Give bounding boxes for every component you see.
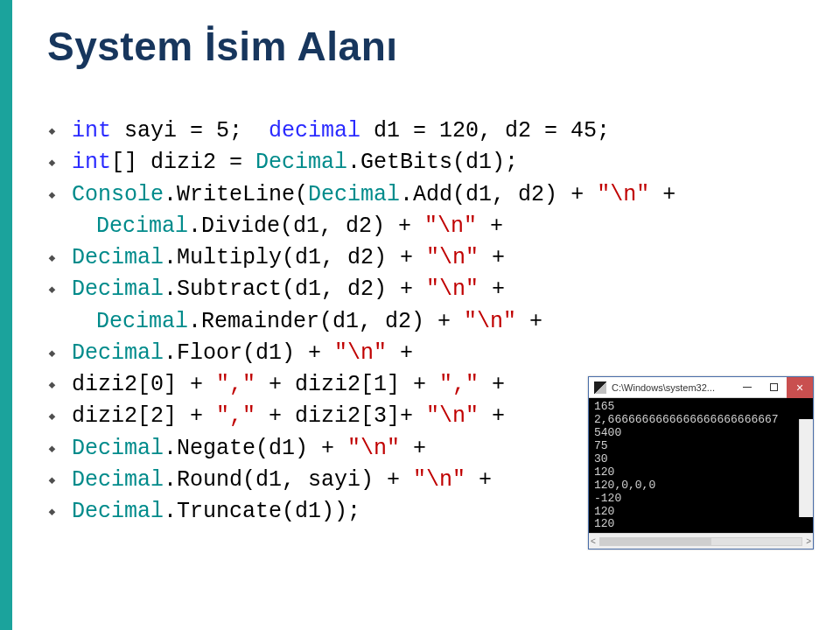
code-text: d1 = 120, d2 = 45;: [360, 116, 610, 147]
type: Decimal: [72, 465, 164, 496]
type: Decimal: [96, 306, 188, 338]
code-line: ⬥ Console.WriteLine(Decimal.Add(d1, d2) …: [47, 179, 840, 211]
code-line: ⬥ Decimal.Floor(d1) + "\n" +: [47, 338, 840, 369]
code-text: sayi = 5;: [111, 116, 269, 147]
type: Decimal: [96, 211, 188, 242]
bullet-icon: ⬥: [47, 150, 72, 172]
code-text: .Negate(d1) +: [164, 433, 347, 465]
code-text: +: [479, 274, 505, 305]
type: Decimal: [72, 338, 164, 369]
bullet-icon: ⬥: [47, 276, 72, 299]
string: "\n": [426, 274, 479, 305]
code-text: .Round(d1, sayi) +: [164, 465, 413, 496]
string: "\n": [347, 433, 400, 465]
code-text: .Add(d1, d2) +: [400, 179, 597, 211]
output-line: 5400: [594, 427, 797, 440]
output-line: 165: [594, 401, 797, 414]
type: Decimal: [72, 496, 164, 528]
code-text: dizi2[2] +: [72, 401, 216, 432]
scroll-thumb[interactable]: [600, 538, 711, 545]
code-text: +: [516, 306, 542, 338]
bullet-icon: ⬥: [47, 467, 72, 490]
code-text: +: [649, 179, 676, 211]
console-window: C:\Windows\system32... × 165 2,666666666…: [588, 376, 814, 550]
code-text: +: [400, 433, 426, 465]
keyword: int: [72, 147, 111, 178]
code-text: .Remainder(d1, d2) +: [188, 306, 464, 338]
string: "\n": [424, 211, 477, 242]
output-line: 120: [594, 518, 797, 531]
code-text: .WriteLine(: [164, 179, 308, 211]
minimize-button[interactable]: [734, 377, 760, 398]
bullet-icon: ⬥: [47, 182, 72, 205]
keyword: int: [72, 116, 111, 147]
code-text: +: [479, 242, 505, 274]
string: "\n": [413, 465, 466, 496]
bullet-icon: ⬥: [47, 245, 72, 268]
vertical-scrollbar[interactable]: [799, 419, 813, 517]
code-text: + dizi2[1] +: [256, 369, 439, 401]
string: ",": [439, 369, 479, 401]
code-text: .Subtract(d1, d2) +: [164, 274, 426, 305]
cmd-icon: [594, 382, 606, 394]
type: Decimal: [72, 274, 164, 305]
code-line: ⬥ Decimal.Subtract(d1, d2) + "\n" +: [47, 274, 840, 305]
type: Console: [72, 179, 164, 211]
terminal-output: 165 2,6666666666666666666666667 5400 75 …: [589, 398, 813, 533]
string: ",": [216, 369, 256, 401]
output-line: 120,0,0,0: [594, 480, 797, 493]
string: "\n": [464, 306, 516, 338]
scroll-left-icon[interactable]: <: [591, 536, 596, 546]
output-line: 30: [594, 453, 797, 466]
type: Decimal: [308, 179, 400, 211]
code-text: .Divide(d1, d2) +: [188, 211, 424, 242]
output-line: 2,6666666666666666666666667: [594, 414, 797, 427]
code-text: [] dizi2 =: [111, 147, 256, 178]
bullet-icon: ⬥: [47, 436, 72, 458]
code-text: +: [466, 465, 492, 496]
type: Decimal: [72, 433, 164, 465]
string: ",": [216, 401, 256, 432]
string: "\n": [597, 179, 649, 211]
output-line: 120: [594, 506, 797, 519]
code-text: +: [479, 369, 505, 401]
scroll-track[interactable]: [599, 537, 802, 546]
accent-bar: [0, 0, 12, 630]
code-text: +: [479, 401, 505, 432]
code-text: +: [387, 338, 413, 369]
horizontal-scrollbar[interactable]: < >: [589, 533, 813, 549]
code-line: ⬥ int[] dizi2 = Decimal.GetBits(d1);: [47, 147, 840, 178]
titlebar[interactable]: C:\Windows\system32... ×: [589, 377, 813, 398]
code-text: dizi2[0] +: [72, 369, 216, 401]
type: Decimal: [72, 242, 164, 274]
type: Decimal: [256, 147, 347, 178]
bullet-icon: ⬥: [47, 118, 72, 141]
keyword: decimal: [269, 116, 360, 147]
window-title: C:\Windows\system32...: [612, 382, 734, 393]
string: "\n": [334, 338, 387, 369]
code-line: ⬥ int sayi = 5; decimal d1 = 120, d2 = 4…: [47, 116, 840, 147]
output-line: 120: [594, 466, 797, 480]
string: "\n": [426, 242, 479, 274]
bullet-icon: ⬥: [47, 340, 72, 363]
code-text: + dizi2[3]+: [256, 401, 426, 432]
output-line: -120: [594, 493, 797, 506]
close-button[interactable]: ×: [787, 377, 813, 398]
output-line: 75: [594, 440, 797, 453]
code-text: +: [477, 211, 503, 242]
code-line: ⬥ Decimal.Multiply(d1, d2) + "\n" +: [47, 242, 840, 274]
bullet-icon: ⬥: [47, 499, 72, 522]
code-text: .Floor(d1) +: [164, 338, 334, 369]
scroll-right-icon[interactable]: >: [806, 536, 811, 546]
maximize-button[interactable]: [760, 377, 787, 398]
code-text: .Truncate(d1));: [164, 496, 360, 528]
bullet-icon: ⬥: [47, 403, 72, 426]
page-title: System İsim Alanı: [47, 23, 840, 70]
code-text: .Multiply(d1, d2) +: [164, 242, 426, 274]
code-line: Decimal.Remainder(d1, d2) + "\n" +: [47, 306, 840, 338]
string: "\n": [426, 401, 479, 432]
code-line: Decimal.Divide(d1, d2) + "\n" +: [47, 211, 840, 242]
bullet-icon: ⬥: [47, 372, 72, 395]
code-text: .GetBits(d1);: [347, 147, 518, 178]
